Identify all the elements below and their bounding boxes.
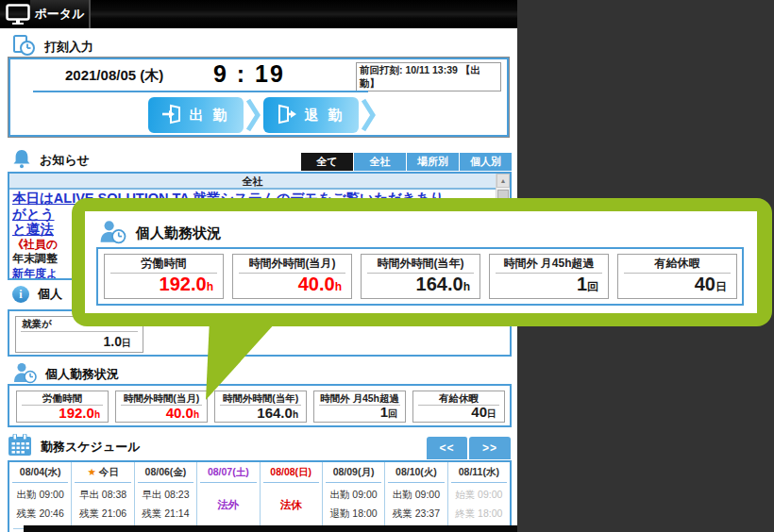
schedule-day-cell-sunday[interactable]: 08/08(日) 法休 xyxy=(261,462,323,532)
schedule-next-button[interactable]: >> xyxy=(469,437,511,459)
notice-tab-personal[interactable]: 個人別 xyxy=(460,153,512,171)
schedule-table: 08/04(水) 出勤 09:00 残業 20:46 承認待 ★ 今日 早出 0… xyxy=(8,460,512,532)
door-enter-icon xyxy=(161,104,182,127)
popup-title: 個人勤務状況 xyxy=(98,219,221,247)
scroll-up-button[interactable]: ▲ xyxy=(496,174,510,188)
monitor-icon xyxy=(6,4,30,28)
last-stamp-info: 前回打刻: 10/11 13:39 【出勤】 xyxy=(356,62,501,91)
schedule-day-cell[interactable]: 08/10(火) 出勤 09:00 残業 23:37 承認待 xyxy=(385,462,447,532)
current-date: 2021/08/05 (木) xyxy=(65,67,163,85)
stamp-section-header: 打刻入力 xyxy=(12,34,93,59)
clock-out-button[interactable]: 退 勤 xyxy=(263,97,359,133)
personal-section-header: i 個人 xyxy=(12,286,62,303)
calendar-icon xyxy=(8,434,32,459)
notice-list-header: 全社 xyxy=(9,174,496,190)
bell-icon xyxy=(12,149,31,172)
work-status-title: 個人勤務状況 xyxy=(45,366,119,383)
tab-portal[interactable]: ポータル xyxy=(30,0,91,28)
notice-tab-location[interactable]: 場所別 xyxy=(407,153,459,171)
clock-in-button[interactable]: 出 勤 xyxy=(148,97,244,133)
stat-card-overtime-month: 時間外時間(当月) 40.0h xyxy=(232,254,352,299)
notice-section-header: お知らせ xyxy=(12,149,90,172)
stamp-section-title: 打刻入力 xyxy=(44,39,93,56)
stat-card-paid-leave: 有給休暇 40日 xyxy=(412,391,505,423)
stat-card-labor-hours: 労働時間 192.0h xyxy=(16,391,109,423)
schedule-day-cell[interactable]: 08/09(月) 出勤 09:00 退勤 18:00 承認待 xyxy=(323,462,385,532)
chevron-right-icon xyxy=(246,97,261,137)
current-time: 9 : 19 xyxy=(213,60,285,88)
callout-tail xyxy=(189,319,293,406)
stat-card-paid-leave: 有給休暇 40日 xyxy=(617,254,737,299)
stat-card-labor-hours: 労働時間 192.0h xyxy=(104,254,224,299)
desktop: ポータル 打刻入力 2021/08/05 (木) 9 : 19 前回打刻: 10… xyxy=(0,0,774,532)
person-clock-icon xyxy=(12,361,37,387)
titlebar: ポータル xyxy=(0,0,517,28)
stat-card-overtime-year: 時間外時間(当年) 164.0h xyxy=(361,254,480,299)
schedule-section-header: 勤務スケジュール xyxy=(8,434,141,459)
stamp-panel: 2021/08/05 (木) 9 : 19 前回打刻: 10/11 13:39 … xyxy=(8,57,510,138)
today-star-icon: ★ xyxy=(87,466,95,477)
popup-status-panel: 労働時間 192.0h 時間外時間(当月) 40.0h 時間外時間(当年) 16… xyxy=(96,247,744,306)
info-icon: i xyxy=(12,286,29,303)
work-status-popup: 個人勤務状況 労働時間 192.0h 時間外時間(当月) 40.0h 時間外時間… xyxy=(72,198,772,326)
divider xyxy=(33,91,368,92)
schedule-day-cell[interactable]: 08/11(水) 始業 09:00 終業 18:00 xyxy=(448,462,510,532)
window-bottom-edge xyxy=(24,525,517,532)
schedule-day-cell-saturday[interactable]: 08/07(土) 法外 xyxy=(197,462,260,532)
work-status-section-header: 個人勤務状況 xyxy=(12,361,119,387)
schedule-day-cell[interactable]: 08/06(金) 早出 08:23 残業 21:14 承認待 xyxy=(135,462,197,532)
notice-section-title: お知らせ xyxy=(40,152,90,169)
notice-tab-all[interactable]: 全て xyxy=(301,153,353,171)
personal-section-title: 個人 xyxy=(38,286,62,303)
schedule-prev-button[interactable]: << xyxy=(427,437,468,459)
time-stamp-icon xyxy=(12,34,36,59)
schedule-day-cell-today[interactable]: ★ 今日 早出 08:38 残業 21:06 承認待 xyxy=(72,462,134,532)
door-exit-icon xyxy=(277,104,297,127)
stat-card-over45h: 時間外 月45h超過 1回 xyxy=(489,254,609,299)
schedule-title: 勤務スケジュール xyxy=(41,439,141,456)
person-clock-icon xyxy=(98,219,126,247)
notice-tab-company[interactable]: 全社 xyxy=(354,153,406,171)
chevron-right-icon xyxy=(362,97,376,137)
schedule-day-cell[interactable]: 08/04(水) 出勤 09:00 残業 20:46 承認待 xyxy=(9,462,72,532)
stat-card-over45h: 時間外 月45h超過 1回 xyxy=(313,391,406,423)
